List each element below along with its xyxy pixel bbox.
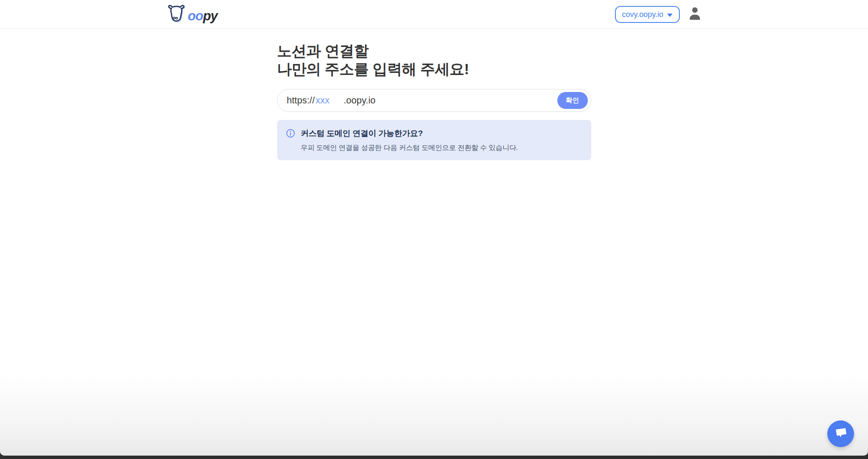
info-box: 커스텀 도메인 연결이 가능한가요? 우피 도메인 연결을 성공한 다음 커스텀…	[277, 120, 591, 160]
logo-wordmark: oopy	[188, 9, 217, 24]
url-suffix: .oopy.io	[341, 95, 376, 106]
header-right: covy.oopy.io	[615, 6, 703, 23]
subdomain-input[interactable]	[316, 95, 340, 106]
main-content: 노션과 연결할 나만의 주소를 입력해 주세요! https:// .oopy.…	[277, 42, 591, 160]
page: oopy covy.oopy.io 노션과 연결할 나만의	[0, 0, 868, 456]
info-title: 커스텀 도메인 연결이 가능한가요?	[301, 128, 518, 139]
info-text: 커스텀 도메인 연결이 가능한가요? 우피 도메인 연결을 성공한 다음 커스텀…	[301, 128, 518, 153]
oopy-cow-icon	[167, 5, 186, 24]
subdomain-field: https:// .oopy.io 확인	[277, 89, 591, 112]
chevron-down-icon	[667, 10, 673, 19]
chat-launcher-button[interactable]	[827, 420, 854, 447]
account-button[interactable]	[687, 6, 703, 23]
page-title: 노션과 연결할 나만의 주소를 입력해 주세요!	[277, 42, 591, 78]
url-prefix: https://	[287, 95, 315, 106]
info-description: 우피 도메인 연결을 성공한 다음 커스텀 도메인으로 전환할 수 있습니다.	[301, 143, 518, 153]
site-switcher-label: covy.oopy.io	[622, 10, 663, 19]
info-icon	[286, 128, 295, 140]
confirm-button[interactable]: 확인	[557, 92, 588, 109]
header: oopy covy.oopy.io	[0, 0, 868, 29]
site-switcher-button[interactable]: covy.oopy.io	[615, 6, 680, 23]
chat-bubble-icon	[833, 426, 849, 442]
page-title-line2: 나만의 주소를 입력해 주세요!	[277, 61, 469, 77]
person-icon	[687, 6, 703, 23]
oopy-logo[interactable]: oopy	[167, 5, 217, 24]
page-title-line1: 노션과 연결할	[277, 42, 369, 59]
